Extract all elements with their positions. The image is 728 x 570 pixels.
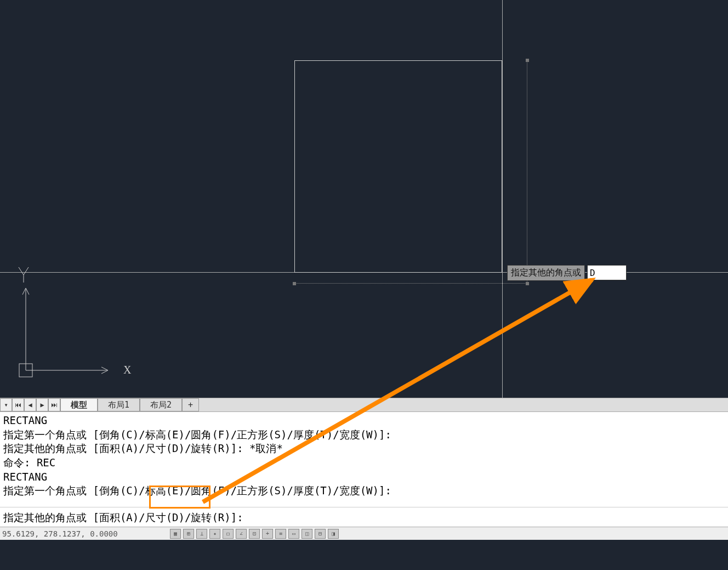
lwt-toggle-icon[interactable]: ≡ [275,529,286,539]
tab-model[interactable]: 模型 [60,398,98,411]
svg-line-5 [24,267,29,275]
model-toggle-icon[interactable]: ▭ [288,529,299,539]
command-history-panel[interactable]: RECTANG 指定第一个角点或 [倒角(C)/标高(E)/圆角(F)/正方形(… [0,412,728,507]
scroll-start-icon[interactable]: ▾ [0,398,12,411]
grid-toggle-icon[interactable]: ▦ [170,529,181,539]
layout-tab-bar: ▾ ⏮ ◀ ▶ ⏭ 模型 布局1 布局2 + [0,398,728,412]
history-line: RECTANG [3,471,47,483]
dynamic-input-prompt: 指定其他的角点或 [507,265,627,280]
rectangle-preview-dotted [294,60,527,284]
dyn-toggle-icon[interactable]: + [262,529,273,539]
status-bar: 95.6129, 278.1237, 0.0000 ▦ ⊞ ⊥ ✦ ◻ ∠ ⊡ … [0,527,728,540]
snap-toggle-icon[interactable]: ⊞ [183,529,194,539]
svg-line-4 [19,267,24,275]
status-coordinates: 95.6129, 278.1237, 0.0000 [2,529,167,538]
tab-nav-next-icon[interactable]: ▶ [36,398,48,411]
history-line: 命令: REC [3,456,55,469]
ortho-toggle-icon[interactable]: ⊥ [196,529,207,539]
tab-nav-prev-icon[interactable]: ◀ [24,398,36,411]
tab-nav-last-icon[interactable]: ⏭ [48,398,60,411]
extra-icon-2[interactable]: ⊟ [315,529,326,539]
osnap-toggle-icon[interactable]: ◻ [223,529,234,539]
prompt-label: 指定其他的角点或 [507,265,585,281]
otrack-toggle-icon[interactable]: ∠ [236,529,247,539]
tab-nav-first-icon[interactable]: ⏮ [12,398,24,411]
svg-rect-2 [19,364,32,377]
command-input-line[interactable]: 指定其他的角点或 [面积(A)/尺寸(D)/旋转(R)]: [0,507,728,527]
grip-handle [526,59,529,62]
polar-toggle-icon[interactable]: ✦ [209,529,220,539]
status-toggle-icons: ▦ ⊞ ⊥ ✦ ◻ ∠ ⊡ + ≡ ▭ ◫ ⊟ ◨ [170,529,339,539]
ucs-icon: X [14,251,134,382]
history-line: 指定第一个角点或 [倒角(C)/标高(E)/圆角(F)/正方形(S)/厚度(T)… [3,484,391,496]
history-line: RECTANG [3,414,47,426]
tab-layout2[interactable]: 布局2 [140,398,182,411]
history-line: 指定其他的角点或 [面积(A)/尺寸(D)/旋转(R)]: *取消* [3,442,283,454]
svg-text:X: X [123,364,132,376]
history-line: 指定第一个角点或 [倒角(C)/标高(E)/圆角(F)/正方形(S)/厚度(T)… [3,428,391,441]
drawing-canvas[interactable]: X 指定其他的角点或 [0,0,728,398]
grip-handle [526,282,529,285]
tab-add-button[interactable]: + [182,398,199,411]
command-prompt-text: 指定其他的角点或 [面积(A)/尺寸(D)/旋转(R)]: [3,511,243,525]
grip-handle [293,282,296,285]
ducs-toggle-icon[interactable]: ⊡ [249,529,260,539]
dynamic-input-field[interactable] [587,265,627,280]
tab-layout1[interactable]: 布局1 [98,398,140,411]
extra-icon-3[interactable]: ◨ [328,529,339,539]
extra-icon-1[interactable]: ◫ [302,529,312,539]
